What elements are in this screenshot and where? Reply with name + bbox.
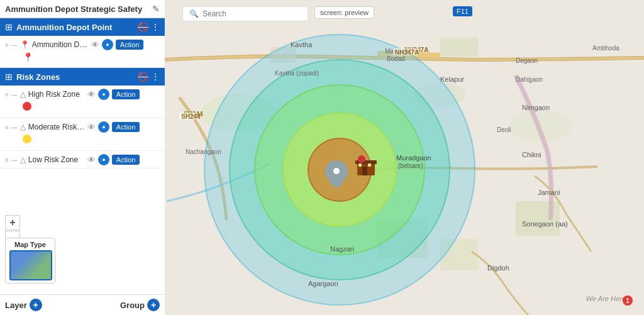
layer-type-icon-low: △ [20,155,26,164]
edit-icon[interactable]: ✎ [152,4,160,14]
group-title-ammo: Ammunition Depot Point [16,23,134,32]
svg-text:Chikni: Chikni [522,151,541,158]
svg-text:Kavtha (zopadi): Kavtha (zopadi) [275,70,319,77]
layer-item-row-low: ≡ — △ Low Risk Zone 👁 ● Action [5,154,160,165]
layer-action-btn-ammo[interactable]: Action [116,40,144,50]
svg-text:Degaon: Degaon [516,57,538,64]
layer-item-row-moderate: ≡ — △ Moderate Risk Zo... 👁 ● Action [5,121,160,133]
drag-handle-high-2[interactable]: — [11,91,18,98]
map-search-input[interactable] [203,9,301,18]
add-group-btn[interactable]: Group + [120,299,160,311]
svg-text:Nimgaon: Nimgaon [522,104,550,111]
group-title-risk: Risk Zones [16,72,134,82]
bottom-bar: Layer + Group + [0,294,165,315]
svg-text:Nagzari: Nagzari [330,245,354,253]
drag-handle-low-2[interactable]: — [11,157,18,163]
svg-text:SH244: SH244 [181,113,201,120]
drag-handle[interactable]: ≡ [5,41,9,48]
map-type-thumbnail[interactable] [9,250,52,280]
svg-text:Nachangaon: Nachangaon [186,148,221,155]
layer-item-row-high: ≡ — △ High Risk Zone 👁 ● Action [5,89,160,100]
drag-handle-moderate-2[interactable]: — [11,124,18,131]
group-eye-icon-risk[interactable]: 🚫 [138,72,148,82]
svg-text:Bodad: Bodad [387,55,405,62]
drag-handle-2[interactable]: — [11,41,18,48]
group-actions-ammo: 🚫 ⋮ [138,22,160,32]
svg-rect-18 [362,167,367,175]
drag-handle-moderate[interactable]: ≡ [5,124,9,131]
layer-vis-moderate[interactable]: ● [98,121,109,133]
svg-text:Muradgaon: Muradgaon [396,154,431,162]
layer-vis-ammo[interactable]: ● [102,39,113,50]
layer-action-btn-low[interactable]: Action [112,155,140,165]
layer-symbol-row-moderate [5,133,160,147]
layer-vis-high[interactable]: ● [98,89,109,100]
layer-item-low-risk: ≡ — △ Low Risk Zone 👁 ● Action [0,151,165,169]
svg-rect-7 [440,38,478,57]
location-symbol: 📍 [23,52,33,62]
layer-group-risk: ⊞ Risk Zones 🚫 ⋮ ≡ — △ High Risk Zone 👁 … [0,68,165,169]
svg-text:Jamani: Jamani [538,189,560,196]
group-eye-icon-ammo[interactable]: 🚫 [138,22,148,32]
group-icon-ammo: ⊞ [5,22,13,32]
layer-symbol-row-ammo: 📍 [5,50,160,64]
svg-text:NH347A: NH347A [395,49,419,56]
group-more-icon-ammo[interactable]: ⋮ [151,22,160,32]
layer-item-moderate-risk: ≡ — △ Moderate Risk Zo... 👁 ● Action [0,118,165,151]
map-type-panel[interactable]: Map Type [5,238,55,284]
layer-action-btn-moderate[interactable]: Action [112,122,140,132]
layer-name-low: Low Risk Zone [28,155,85,164]
drag-handle-low[interactable]: ≡ [5,157,9,163]
svg-text:Sonegaon (aa): Sonegaon (aa) [522,220,568,228]
layer-name-moderate: Moderate Risk Zo... [28,123,85,131]
layer-name-high: High Risk Zone [28,90,85,99]
svg-text:(belsare): (belsare) [398,162,423,169]
f11-badge[interactable]: F11 [453,6,472,16]
layer-eye-icon-low[interactable]: 👁 [87,155,96,165]
layer-type-icon-pin: 📍 [20,40,30,49]
svg-point-19 [358,155,365,163]
layer-label: Layer [5,301,27,310]
add-layer-btn[interactable]: Layer + [5,299,42,311]
group-more-icon-risk[interactable]: ⋮ [151,72,160,82]
svg-text:Digdoh: Digdoh [487,264,509,272]
svg-text:Agargaon: Agargaon [308,280,338,287]
layer-item-high-risk: ≡ — △ High Risk Zone 👁 ● Action [0,86,165,118]
layer-eye-icon-moderate[interactable]: 👁 [87,123,96,132]
map-type-label: Map Type [9,241,51,248]
risk-dot-red [23,102,31,111]
svg-point-15 [333,168,340,174]
group-label: Group [120,301,145,310]
risk-dot-yellow [23,135,31,143]
svg-text:Kavtha: Kavtha [291,41,313,48]
layer-type-icon-moderate: △ [20,123,26,131]
svg-text:Dahigaon: Dahigaon [516,76,543,83]
app-title: Ammunition Depot Strategic Safety [5,4,142,14]
layer-group-ammo-depot: ⊞ Ammunition Depot Point 🚫 ⋮ ≡ — 📍 Ammun… [0,18,165,68]
group-icon-risk: ⊞ [5,72,13,82]
layer-item-row: ≡ — 📍 Ammunition Dep... 👁 ● Action [5,39,160,50]
map-search-bar[interactable]: 🔍 [182,6,308,21]
layer-symbol-row-high [5,100,160,114]
add-group-icon[interactable]: + [147,299,160,311]
svg-text:Ambhoda: Ambhoda [592,45,619,52]
drag-handle-high[interactable]: ≡ [5,91,9,98]
svg-text:Kelapur: Kelapur [440,75,464,83]
notification-badge[interactable]: 1 [623,296,633,306]
layer-type-icon-high: △ [20,90,26,99]
svg-rect-20 [358,163,362,167]
search-icon: 🔍 [189,9,199,18]
layer-eye-icon-ammo[interactable]: 👁 [91,40,99,50]
layer-action-btn-high[interactable]: Action [112,89,140,99]
layer-eye-icon-high[interactable]: 👁 [87,90,96,99]
layer-name-ammo: Ammunition Dep... [32,40,89,49]
map-breadcrumb: screen: preview [314,6,374,19]
layer-group-header-ammo[interactable]: ⊞ Ammunition Depot Point 🚫 ⋮ [0,18,165,36]
layer-vis-low[interactable]: ● [98,154,109,165]
title-bar: Ammunition Depot Strategic Safety ✎ [0,0,165,18]
zoom-in-btn[interactable]: + [5,215,20,230]
layer-group-header-risk[interactable]: ⊞ Risk Zones 🚫 ⋮ [0,68,165,86]
add-layer-icon[interactable]: + [30,299,42,311]
layer-item-ammo-depot: ≡ — 📍 Ammunition Dep... 👁 ● Action 📍 [0,36,165,68]
svg-rect-21 [368,163,371,167]
